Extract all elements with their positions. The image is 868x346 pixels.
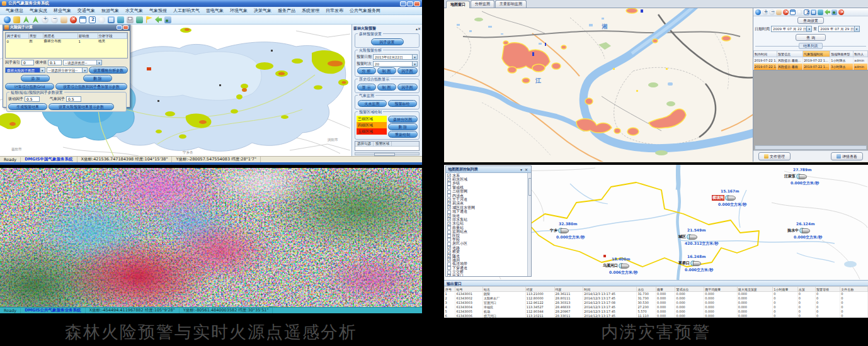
- panel-close-icon[interactable]: ✕: [418, 26, 421, 31]
- brtbl-table[interactable]: 序号站号站名经度纬度时间水位雨量警戒水位面平均雨量最大淹没深度1小时雨量水深预警…: [444, 286, 868, 318]
- layer-checkbox[interactable]: [447, 226, 451, 230]
- column-header[interactable]: 站名: [483, 287, 526, 292]
- menu-item[interactable]: 日常发布: [323, 8, 346, 14]
- column-header[interactable]: 经度: [525, 287, 554, 292]
- table-row[interactable]: 561343005机场112.9034428.209672014/12/3 13…: [445, 310, 868, 314]
- image-icon[interactable]: [164, 16, 171, 23]
- close-button[interactable]: [414, 1, 420, 6]
- weight1-input[interactable]: 0.5: [25, 96, 40, 102]
- station-output-table[interactable]: 序号站号站名经度纬度时间水位雨量警戒水位面平均雨量最大淹没深度1小时雨量水深预警…: [444, 286, 868, 318]
- menu-item[interactable]: 雷电气象: [203, 8, 227, 14]
- globe-icon[interactable]: [4, 16, 11, 23]
- zone-delete-button[interactable]: 删 除: [388, 123, 418, 130]
- table-row[interactable]: 461343004幸福垸113.3452728.468332014/12/3 1…: [445, 305, 868, 310]
- raster-params-button[interactable]: 设置栅格分析参数: [89, 67, 128, 74]
- station-marker[interactable]: 21.549m城区420.312立方米/秒: [678, 234, 697, 240]
- layer-checkbox[interactable]: [447, 190, 451, 194]
- panel-close-icon[interactable]: ✕: [523, 167, 529, 172]
- column-header[interactable]: 时间: [583, 287, 637, 292]
- menu-item[interactable]: 气象实况: [26, 8, 50, 14]
- table-row[interactable]: [6, 44, 127, 49]
- warn-time-select[interactable]: 20: [373, 61, 418, 67]
- date-from-picker[interactable]: 2009 年 07 月 22 日: [771, 26, 812, 32]
- display-params-button[interactable]: 设置火险预警结果显示参数: [49, 103, 114, 110]
- menu-item[interactable]: 旅游气象: [98, 8, 122, 14]
- menu-item[interactable]: 公共气象服务网: [346, 8, 384, 14]
- dialog-title-bar[interactable]: 火险因子计算: [3, 25, 130, 31]
- mapping2-button[interactable]: 制 图: [377, 84, 396, 91]
- dialog-close-button[interactable]: [123, 25, 128, 30]
- identify-icon[interactable]: [804, 9, 809, 15]
- query-setting-button[interactable]: 查询设置: [797, 17, 824, 24]
- layer-checkbox[interactable]: [447, 214, 451, 218]
- mark-warning-button[interactable]: 预警标绘: [388, 100, 417, 107]
- factor-map-button[interactable]: 因子图: [397, 67, 418, 74]
- column-header[interactable]: 水位: [637, 287, 656, 292]
- file-manage-button[interactable]: 文件管理: [758, 152, 791, 160]
- window-icon[interactable]: [79, 16, 86, 23]
- layer-checkbox[interactable]: [447, 182, 451, 186]
- show-button[interactable]: 显 示: [357, 84, 376, 91]
- column-header[interactable]: 序号: [445, 287, 455, 292]
- column-header[interactable]: 预警信息: [777, 51, 803, 57]
- station-marker[interactable]: 15.167m横垅闸0.000立方米/秒: [712, 195, 736, 201]
- layer-checkbox[interactable]: [447, 210, 451, 214]
- menu-item[interactable]: 水文气象: [122, 8, 146, 14]
- layer-checkbox[interactable]: [447, 258, 451, 262]
- detail-view-button[interactable]: 详情查看: [831, 152, 863, 160]
- search-icon[interactable]: [98, 16, 105, 23]
- weight2-input[interactable]: 0.5: [66, 96, 81, 102]
- column-header[interactable]: 1小时雨量: [773, 287, 797, 292]
- menu-item[interactable]: 气象信息: [3, 8, 26, 14]
- column-header[interactable]: 类型: [28, 33, 43, 39]
- factor-table[interactable]: 因子索引类型图层名影响值分析字段0面森林分布图1地类: [5, 32, 128, 59]
- column-header[interactable]: 气象预报时间: [803, 51, 830, 57]
- column-header[interactable]: 雨量: [656, 287, 675, 292]
- zoom-out-icon[interactable]: [51, 16, 58, 23]
- layer-checkbox[interactable]: [447, 222, 451, 226]
- date-to-picker[interactable]: 2009 年 07 月 29 日: [818, 26, 859, 32]
- factor-map2-button[interactable]: 因子图: [397, 84, 418, 91]
- image-icon[interactable]: [831, 9, 837, 15]
- back-icon[interactable]: [155, 16, 162, 23]
- menu-item[interactable]: 林业气象: [50, 8, 74, 14]
- warning-region-list[interactable]: 选择勾选 预警区域: [355, 141, 420, 151]
- tab-0[interactable]: 地图窗口: [446, 1, 470, 8]
- overlay-params-button[interactable]: 设置综合指数和因子叠加显示参数: [55, 83, 127, 90]
- map-edit-icon[interactable]: [117, 16, 124, 23]
- print-icon[interactable]: [127, 16, 134, 23]
- window-icon[interactable]: [790, 9, 796, 15]
- buffer-input[interactable]: 0.1: [48, 60, 62, 65]
- station-marker[interactable]: 18.400m乌溪河口0.006立方米/秒: [603, 263, 629, 269]
- layer-checkbox[interactable]: [447, 186, 451, 189]
- hydrology-map[interactable]: 27.789m汪家泵0.000立方米/秒15.167m横垅闸0.000立方米/秒…: [444, 165, 868, 280]
- fire-factor-dialog[interactable]: 火险因子计算 因子索引类型图层名影响值分析字段0面森林分布图1地类 因子索引 0…: [3, 25, 130, 108]
- zoom-in-icon[interactable]: [762, 9, 768, 15]
- layer-checkbox[interactable]: [447, 262, 451, 266]
- menu-item[interactable]: 服务产品: [275, 8, 299, 14]
- station-marker[interactable]: 32.380m宁乡0.000立方米/秒: [550, 228, 569, 233]
- table-row[interactable]: 161343001朗梨113.2100028.361112014/12/3 13…: [445, 292, 868, 296]
- flag-icon[interactable]: [146, 16, 152, 23]
- station-marker[interactable]: 26.124m抽水中0.000立方米/秒: [787, 228, 810, 233]
- column-header[interactable]: 制作时间: [754, 51, 777, 57]
- table-row[interactable]: 2019-07-22 1...风险提示:暴雨2019-07-22 1...3小时…: [754, 64, 868, 70]
- hand-icon[interactable]: [776, 9, 782, 15]
- dialog-minimize-button[interactable]: [117, 25, 122, 30]
- factor-setting-button[interactable]: 因子设置: [371, 38, 404, 45]
- globe-icon[interactable]: [755, 9, 761, 15]
- column-header[interactable]: 纬度: [554, 287, 583, 292]
- maximize-button[interactable]: [407, 1, 413, 6]
- layer-checkbox[interactable]: [447, 178, 451, 182]
- layer-checkbox[interactable]: [447, 206, 451, 209]
- add-button[interactable]: 添 加: [21, 75, 50, 82]
- column-header[interactable]: 警戒水位: [675, 287, 704, 292]
- station-marker[interactable]: 16.248m草桥口0.000立方米/秒: [678, 260, 701, 266]
- layer-checkbox[interactable]: [447, 242, 451, 246]
- pan-arrow-icon[interactable]: [23, 16, 30, 23]
- trtbl-table[interactable]: 制作时间预警信息气象预报时间预报降雨类型制作人2019-07-22 1...风险…: [753, 50, 868, 70]
- menu-item[interactable]: 系统管理: [299, 8, 323, 14]
- title-bar[interactable]: 公共气象服务业务系统: [0, 0, 422, 7]
- menu-item[interactable]: 决策气象: [251, 8, 275, 14]
- generate-result-button[interactable]: 生成预警结果: [8, 103, 47, 110]
